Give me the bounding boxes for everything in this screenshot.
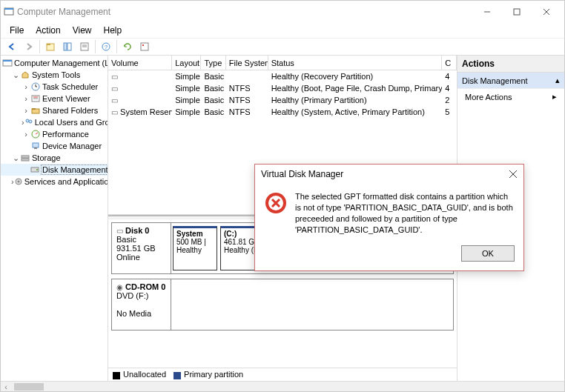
dialog-title: Virtual Disk Manager (261, 169, 343, 179)
tree-services[interactable]: ›Services and Applications (1, 176, 108, 187)
menu-view[interactable]: View (67, 25, 98, 36)
legend-swatch-unallocated (113, 372, 120, 379)
menu-action[interactable]: Action (30, 25, 66, 36)
tree-eventviewer[interactable]: ›Event Viewer (1, 93, 108, 104)
col-capacity[interactable]: C (442, 56, 457, 70)
collapse-icon: ▴ (555, 76, 560, 85)
minimize-button[interactable] (472, 1, 502, 22)
col-volume[interactable]: Volume (108, 56, 172, 70)
actions-more[interactable]: More Actions ▸ (457, 89, 564, 104)
svg-point-28 (29, 120, 32, 123)
svg-rect-32 (22, 156, 29, 158)
titlebar: Computer Management (1, 1, 564, 23)
ok-button[interactable]: OK (461, 245, 515, 262)
svg-rect-3 (514, 9, 520, 15)
tree-storage[interactable]: ⌄Storage (1, 152, 108, 164)
svg-rect-33 (22, 159, 29, 161)
tree-taskscheduler[interactable]: ›Task Scheduler (1, 81, 108, 93)
partition-system[interactable]: System 500 MB | Healthy (173, 226, 217, 270)
tree-devicemanager[interactable]: Device Manager (1, 140, 108, 152)
scroll-thumb[interactable] (14, 383, 44, 391)
svg-point-35 (36, 169, 38, 170)
svg-rect-26 (32, 108, 36, 110)
settings-button[interactable] (136, 39, 153, 54)
cdrom-row[interactable]: ◉ CD-ROM 0 DVD (F:) No Media (111, 279, 454, 330)
app-icon (4, 7, 14, 17)
disk0-label: ▭ Disk 0 Basic 931.51 GB Online (112, 223, 171, 273)
scroll-left-icon[interactable]: ‹ (1, 382, 11, 391)
tree-localusers[interactable]: ›Local Users and Groups (1, 116, 108, 128)
svg-rect-7 (47, 44, 50, 45)
svg-rect-31 (34, 147, 37, 149)
forward-button[interactable] (21, 39, 37, 54)
volume-icon: ▭ (111, 108, 118, 116)
volume-row[interactable]: ▭ SimpleBasicHealthy (Recovery Partition… (108, 70, 457, 82)
actions-header: Actions (457, 56, 564, 73)
dialog-close-icon[interactable] (509, 170, 518, 179)
menu-help[interactable]: Help (98, 25, 128, 36)
menu-file[interactable]: File (4, 25, 30, 36)
col-status[interactable]: Status (268, 56, 443, 70)
tree-root[interactable]: Computer Management (Local (1, 57, 108, 69)
tree-systemtools[interactable]: ⌄System Tools (1, 69, 108, 81)
actions-subheader[interactable]: Disk Management ▴ (457, 73, 564, 89)
svg-text:?: ? (105, 44, 108, 50)
svg-rect-1 (4, 8, 13, 10)
svg-rect-8 (64, 43, 67, 50)
chevron-right-icon: ▸ (552, 92, 557, 102)
disk-icon: ▭ (116, 227, 123, 235)
legend: Unallocated Primary partition (108, 368, 457, 381)
maximize-button[interactable] (502, 1, 532, 22)
dialog-message: The selected GPT formatted disk contains… (295, 191, 515, 235)
legend-swatch-primary (174, 372, 181, 379)
navigation-tree[interactable]: Computer Management (Local ⌄System Tools… (1, 56, 108, 381)
volume-icon: ▭ (111, 96, 118, 104)
col-layout[interactable]: Layout (172, 56, 201, 70)
refresh-button[interactable] (119, 39, 136, 54)
horizontal-scrollbar[interactable]: ‹ (1, 381, 564, 391)
col-filesystem[interactable]: File System (226, 56, 268, 70)
volume-rows: ▭ SimpleBasicHealthy (Recovery Partition… (108, 70, 457, 118)
back-button[interactable] (4, 39, 20, 54)
volume-icon: ▭ (111, 73, 118, 81)
close-button[interactable] (532, 1, 561, 22)
tree-performance[interactable]: ›Performance (1, 128, 108, 140)
dialog-titlebar[interactable]: Virtual Disk Manager (255, 165, 523, 184)
svg-point-27 (26, 119, 29, 122)
up-button[interactable] (42, 39, 59, 54)
show-hide-tree-button[interactable] (59, 39, 76, 54)
volume-row[interactable]: ▭ SimpleBasicNTFSHealthy (Primary Partit… (108, 94, 457, 106)
error-dialog: Virtual Disk Manager The selected GPT fo… (254, 164, 524, 271)
cdrom-icon: ◉ (116, 283, 123, 291)
svg-rect-30 (33, 143, 39, 147)
svg-rect-9 (67, 43, 71, 50)
svg-rect-18 (3, 60, 12, 62)
menubar: File Action View Help (1, 23, 564, 38)
error-icon (264, 191, 288, 235)
col-type[interactable]: Type (201, 56, 225, 70)
toolbar: ? (1, 38, 564, 56)
volume-row[interactable]: ▭ SimpleBasicNTFSHealthy (Boot, Page Fil… (108, 82, 457, 94)
svg-rect-15 (141, 43, 148, 50)
properties-button[interactable] (76, 39, 93, 54)
volume-icon: ▭ (111, 84, 118, 93)
cdrom-label: ◉ CD-ROM 0 DVD (F:) No Media (112, 279, 171, 330)
window-title: Computer Management (17, 7, 110, 17)
help-button[interactable]: ? (98, 39, 114, 54)
volume-row[interactable]: ▭ System ReservedSimpleBasicNTFSHealthy … (108, 106, 457, 118)
tree-sharedfolders[interactable]: ›Shared Folders (1, 104, 108, 116)
volume-header: Volume Layout Type File System Status C (108, 56, 457, 70)
svg-rect-16 (142, 44, 144, 46)
svg-point-37 (17, 181, 19, 183)
tree-diskmanagement[interactable]: Disk Management (1, 164, 108, 176)
